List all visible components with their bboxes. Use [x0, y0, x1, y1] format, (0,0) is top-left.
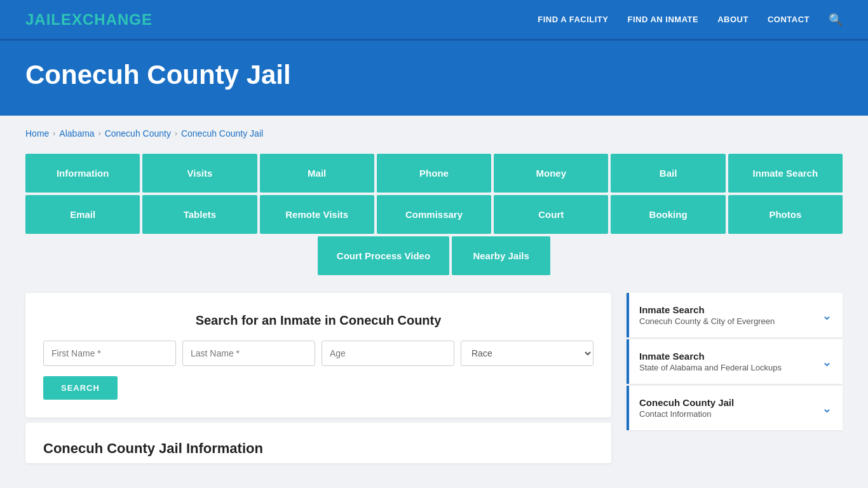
left-column: Search for an Inmate in Conecuh County R…: [25, 293, 611, 463]
tile-photos[interactable]: Photos: [728, 195, 843, 234]
lower-section: Search for an Inmate in Conecuh County R…: [25, 293, 843, 463]
navbar: JAILEXCHANGE FIND A FACILITY FIND AN INM…: [0, 0, 868, 41]
info-title: Conecuh County Jail Information: [43, 440, 593, 457]
tile-information[interactable]: Information: [25, 154, 140, 193]
logo-jail: JAIL: [25, 11, 61, 28]
sidebar-item-subtitle-2: Contact Information: [639, 409, 734, 419]
tile-commissary[interactable]: Commissary: [377, 195, 491, 234]
tile-email[interactable]: Email: [25, 195, 140, 234]
logo-exchange: EXCHANGE: [61, 11, 153, 28]
search-title: Search for an Inmate in Conecuh County: [43, 313, 593, 328]
tile-money[interactable]: Money: [494, 154, 608, 193]
info-section: Conecuh County Jail Information: [25, 423, 611, 463]
tile-inmate-search[interactable]: Inmate Search: [728, 154, 843, 193]
hero-section: Conecuh County Jail: [0, 41, 868, 116]
chevron-down-icon-1: ⌄: [822, 354, 832, 369]
sidebar-item-text-2: Conecuh County Jail Contact Information: [639, 397, 734, 419]
tile-phone[interactable]: Phone: [377, 154, 491, 193]
breadcrumb-current: Conecuh County Jail: [181, 128, 263, 139]
sidebar-item-inmate-search-alabama[interactable]: Inmate Search State of Alabama and Feder…: [627, 339, 843, 384]
nav-about[interactable]: ABOUT: [717, 15, 749, 24]
tile-row-1: Information Visits Mail Phone Money Bail…: [25, 154, 843, 193]
breadcrumb: Home › Alabama › Conecuh County › Conecu…: [25, 128, 843, 139]
sidebar-item-contact-info[interactable]: Conecuh County Jail Contact Information …: [627, 386, 843, 430]
tile-booking[interactable]: Booking: [611, 195, 725, 234]
sidebar-item-subtitle-0: Conecuh County & City of Evergreen: [639, 316, 775, 326]
race-select[interactable]: Race White Black Hispanic Asian Other: [461, 341, 593, 366]
tile-mail[interactable]: Mail: [260, 154, 374, 193]
tile-court-process-video[interactable]: Court Process Video: [318, 236, 449, 275]
sidebar-item-inmate-search-conecuh[interactable]: Inmate Search Conecuh County & City of E…: [627, 293, 843, 337]
nav-find-inmate[interactable]: FIND AN INMATE: [627, 15, 698, 24]
sidebar-item-title-0: Inmate Search: [639, 304, 775, 315]
first-name-input[interactable]: [43, 341, 176, 366]
breadcrumb-sep-2: ›: [98, 129, 101, 138]
breadcrumb-sep-1: ›: [53, 129, 55, 138]
search-button[interactable]: SEARCH: [43, 376, 118, 400]
nav-find-facility[interactable]: FIND A FACILITY: [538, 15, 608, 24]
tile-visits[interactable]: Visits: [142, 154, 257, 193]
sidebar-item-title-2: Conecuh County Jail: [639, 397, 734, 408]
last-name-input[interactable]: [182, 341, 315, 366]
tile-bail[interactable]: Bail: [611, 154, 725, 193]
search-icon[interactable]: 🔍: [829, 13, 843, 27]
main-content: Home › Alabama › Conecuh County › Conecu…: [0, 116, 868, 488]
sidebar-item-text-1: Inmate Search State of Alabama and Feder…: [639, 351, 782, 372]
tile-remote-visits[interactable]: Remote Visits: [260, 195, 374, 234]
page-title: Conecuh County Jail: [25, 60, 843, 90]
age-input[interactable]: [322, 341, 454, 366]
tile-tablets[interactable]: Tablets: [142, 195, 257, 234]
nav-links: FIND A FACILITY FIND AN INMATE ABOUT CON…: [538, 13, 843, 27]
breadcrumb-conecuh-county[interactable]: Conecuh County: [105, 128, 171, 139]
sidebar: Inmate Search Conecuh County & City of E…: [627, 293, 843, 432]
sidebar-item-subtitle-1: State of Alabama and Federal Lockups: [639, 363, 782, 372]
chevron-down-icon-2: ⌄: [822, 400, 832, 416]
tile-row-3: Court Process Video Nearby Jails: [25, 236, 843, 275]
breadcrumb-home[interactable]: Home: [25, 128, 49, 139]
nav-contact[interactable]: CONTACT: [768, 15, 810, 24]
breadcrumb-alabama[interactable]: Alabama: [59, 128, 94, 139]
inmate-search-box: Search for an Inmate in Conecuh County R…: [25, 293, 611, 417]
chevron-down-icon-0: ⌄: [822, 308, 832, 323]
tile-row-2: Email Tablets Remote Visits Commissary C…: [25, 195, 843, 234]
sidebar-item-text-0: Inmate Search Conecuh County & City of E…: [639, 304, 775, 326]
tile-court[interactable]: Court: [494, 195, 608, 234]
logo[interactable]: JAILEXCHANGE: [25, 11, 153, 29]
search-fields: Race White Black Hispanic Asian Other: [43, 341, 593, 366]
breadcrumb-sep-3: ›: [175, 129, 177, 138]
sidebar-item-title-1: Inmate Search: [639, 351, 782, 362]
tile-nearby-jails[interactable]: Nearby Jails: [452, 236, 550, 275]
